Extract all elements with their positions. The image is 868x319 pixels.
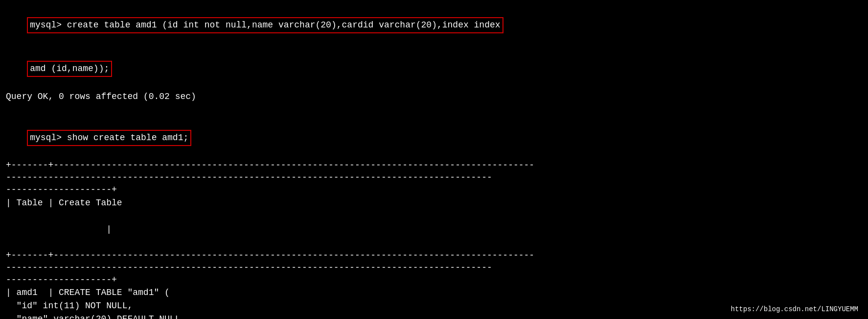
pipe-line: | (6, 223, 862, 236)
blank-line-2 (6, 210, 862, 223)
blank-line-1 (6, 103, 862, 117)
sep-line-6: --------------------+ (6, 274, 862, 286)
url-watermark: https://blog.csdn.net/LINGYUEMM (731, 305, 858, 313)
sep-line-3: --------------------+ (6, 184, 862, 196)
table-header: | Table | Create Table (6, 196, 862, 210)
query-ok-line: Query OK, 0 rows affected (0.02 sec) (6, 90, 862, 103)
sep-line-1: +-------+-------------------------------… (6, 159, 862, 172)
sep-line-5: ----------------------------------------… (6, 262, 862, 274)
data-line-3: "name" varchar(20) DEFAULT NULL, (6, 313, 862, 319)
blank-line-3 (6, 236, 862, 249)
sep-line-2: ----------------------------------------… (6, 172, 862, 184)
sep-line-4: +-------+-------------------------------… (6, 249, 862, 262)
show-cmd-line: mysql> show create table amd1; (6, 117, 862, 159)
create-table-line2: amd (id,name)); (6, 48, 862, 90)
terminal-window: mysql> create table amd1 (id int not nul… (0, 0, 868, 319)
create-table-line1: mysql> create table amd1 (id int not nul… (6, 4, 862, 47)
show-cmd-highlight: mysql> show create table amd1; (27, 130, 191, 146)
create-cmd-highlight: mysql> create table amd1 (id int not nul… (27, 17, 503, 33)
create-cmd-line2-highlight: amd (id,name)); (27, 61, 112, 77)
data-line-1: | amd1 | CREATE TABLE "amd1" ( (6, 286, 862, 299)
